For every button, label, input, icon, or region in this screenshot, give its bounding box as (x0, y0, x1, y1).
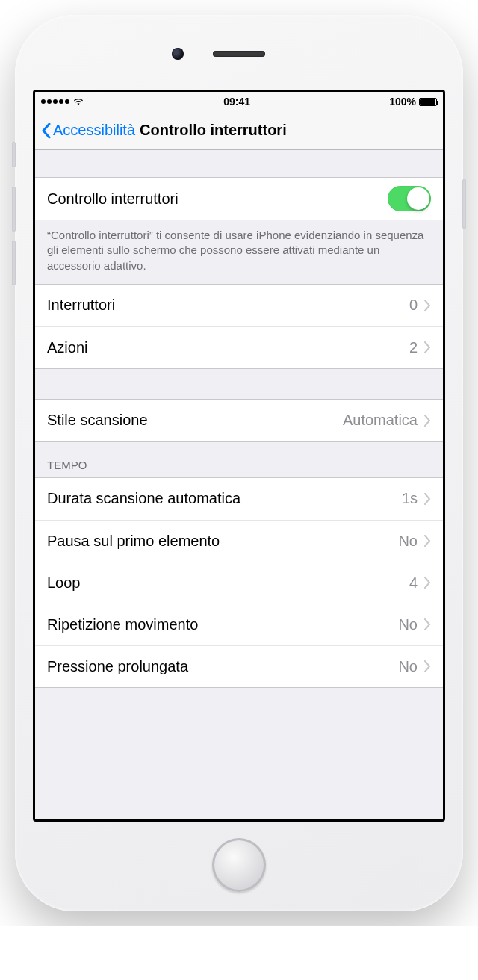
device-volume-up (12, 187, 16, 232)
chevron-right-icon (423, 535, 431, 547)
row-label: Pressione prolungata (47, 658, 188, 675)
row-value: 0 (409, 297, 418, 314)
group-tempo: Durata scansione automatica 1s Pausa sul… (35, 477, 443, 688)
page-title: Controllo interruttori (140, 122, 287, 139)
navigation-bar: Accessibilità Controllo interruttori (35, 111, 443, 150)
screen: 09:41 100% Accessibilità Controllo inter… (33, 90, 445, 822)
chevron-right-icon (423, 577, 431, 589)
back-button[interactable]: Accessibilità (41, 122, 135, 139)
switch-control-toggle[interactable] (388, 186, 431, 211)
row-auto-scan-duration[interactable]: Durata scansione automatica 1s (35, 478, 443, 520)
row-switch-control-toggle[interactable]: Controllo interruttori (35, 178, 443, 220)
chevron-right-icon (423, 618, 431, 630)
row-value: No (398, 616, 418, 633)
row-long-press[interactable]: Pressione prolungata No (35, 645, 443, 687)
row-pause-first-item[interactable]: Pausa sul primo elemento No (35, 520, 443, 562)
group-switches-actions: Interruttori 0 Azioni 2 (35, 284, 443, 369)
row-label: Loop (47, 574, 81, 592)
row-value: 2 (409, 339, 418, 356)
status-time: 09:41 (223, 96, 250, 108)
chevron-right-icon (423, 341, 431, 353)
chevron-right-icon (423, 415, 431, 427)
device-speaker (213, 51, 265, 57)
iphone-device-frame: 09:41 100% Accessibilità Controllo inter… (15, 15, 463, 911)
chevron-right-icon (423, 300, 431, 311)
row-switches[interactable]: Interruttori 0 (35, 285, 443, 326)
toggle-label: Controllo interruttori (47, 190, 179, 208)
row-value: 4 (409, 574, 418, 592)
home-button[interactable] (212, 838, 266, 892)
row-label: Durata scansione automatica (47, 490, 240, 507)
chevron-right-icon (423, 493, 431, 505)
switch-control-description: “Controllo interruttori” ti consente di … (35, 220, 443, 284)
row-label: Interruttori (47, 297, 115, 314)
device-power-button (462, 179, 466, 229)
row-label: Stile scansione (47, 412, 148, 429)
row-loop[interactable]: Loop 4 (35, 562, 443, 604)
row-label: Azioni (47, 339, 87, 356)
back-label: Accessibilità (53, 122, 135, 139)
row-value: Automatica (343, 412, 418, 429)
row-label: Ripetizione movimento (47, 616, 198, 633)
battery-percent: 100% (389, 96, 416, 108)
signal-strength-icon (41, 99, 69, 104)
wifi-icon (72, 97, 84, 106)
battery-icon (419, 98, 437, 106)
group-master-toggle: Controllo interruttori (35, 177, 443, 220)
chevron-left-icon (41, 122, 52, 139)
row-scan-style[interactable]: Stile scansione Automatica (35, 400, 443, 441)
device-volume-down (12, 241, 16, 285)
settings-content[interactable]: Controllo interruttori “Controllo interr… (35, 150, 443, 819)
row-actions[interactable]: Azioni 2 (35, 326, 443, 368)
row-movement-repeat[interactable]: Ripetizione movimento No (35, 604, 443, 645)
section-header-tempo: Tempo (35, 442, 443, 477)
status-bar: 09:41 100% (35, 92, 443, 111)
row-value: 1s (402, 490, 418, 507)
row-value: No (398, 533, 418, 550)
group-scan-style: Stile scansione Automatica (35, 399, 443, 442)
device-mute-switch (12, 142, 16, 167)
device-camera (172, 48, 184, 60)
row-value: No (398, 658, 418, 675)
chevron-right-icon (423, 660, 431, 672)
row-label: Pausa sul primo elemento (47, 533, 220, 550)
